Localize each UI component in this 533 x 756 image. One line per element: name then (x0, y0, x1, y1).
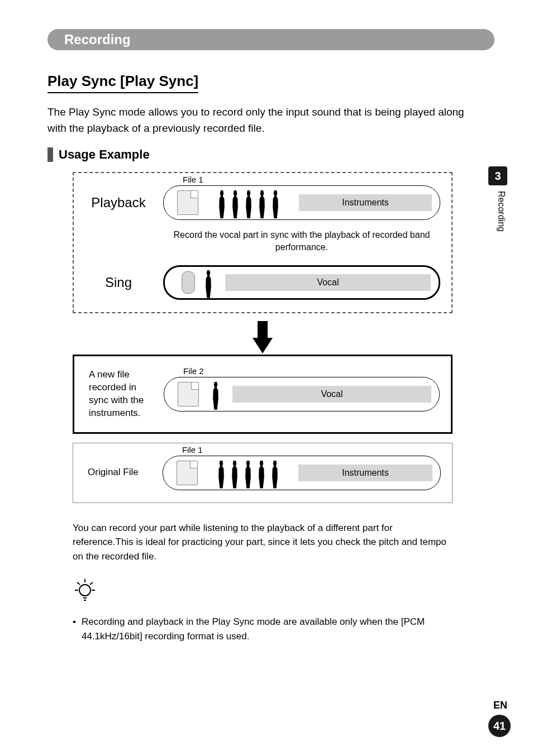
page-content: Play Sync [Play Sync] The Play Sync mode… (47, 73, 472, 643)
intro-paragraph: The Play Sync mode allows you to record … (47, 104, 472, 136)
file-icon (177, 190, 198, 215)
usage-diagram: Playback File 1 Instruments Record the v… (73, 172, 453, 503)
sing-label: Sing (85, 275, 152, 290)
result-file-label: File 2 (183, 366, 204, 376)
original-capsule: File 1 Instruments (163, 456, 441, 490)
result-capsule: File 2 Vocal (164, 377, 440, 412)
arrow-stem-icon (258, 321, 268, 338)
side-chapter-label: Recording (496, 191, 506, 232)
side-chapter-tab: 3 (488, 166, 507, 185)
arrow-down-icon (253, 338, 273, 353)
note-pre: Recording and playback in the Play Sync … (82, 616, 403, 627)
bullet-icon: • (73, 615, 76, 643)
original-row: Original File File 1 Instruments (84, 456, 441, 490)
original-file-label: File 1 (182, 445, 203, 454)
diagram-caption: Record the vocal part in sync with the p… (163, 229, 440, 254)
note-post: ] recording format is used. (140, 631, 250, 642)
usage-heading: Usage Example (59, 147, 150, 162)
band-silhouette-icon (204, 187, 293, 218)
note-bullet: • Recording and playback in the Play Syn… (73, 615, 453, 643)
heading-bar-icon (47, 147, 53, 162)
original-tag: Instruments (298, 465, 432, 481)
input-group-box: Playback File 1 Instruments Record the v… (73, 172, 453, 313)
playback-capsule: File 1 Instruments (163, 185, 440, 220)
svg-line-3 (90, 582, 93, 585)
playback-tag: Instruments (299, 194, 432, 211)
section-title: Play Sync [Play Sync] (47, 73, 198, 93)
usage-heading-row: Usage Example (47, 147, 472, 162)
sing-capsule: Vocal (163, 265, 440, 300)
file-icon (178, 382, 199, 406)
result-box: A new file recorded in sync with the ins… (73, 355, 453, 434)
result-tag: Vocal (232, 386, 431, 403)
result-label: A new file recorded in sync with the ins… (85, 369, 153, 420)
sing-row: Sing Vocal (85, 265, 440, 300)
original-box: Original File File 1 Instruments (73, 443, 453, 503)
footer-language: EN (493, 700, 507, 711)
singer-silhouette-icon (204, 379, 227, 410)
result-row: A new file recorded in sync with the ins… (85, 369, 440, 420)
note-text: Recording and playback in the Play Sync … (82, 615, 453, 643)
sing-tag: Vocal (225, 274, 431, 291)
lightbulb-hint-icon (73, 577, 472, 606)
playback-label: Playback (85, 195, 152, 210)
chapter-pill: Recording (47, 29, 494, 50)
band-silhouette-icon (203, 457, 293, 489)
singer-silhouette-icon (197, 267, 220, 298)
original-label: Original File (84, 466, 151, 479)
footer-page-number: 41 (488, 715, 511, 737)
playback-row: Playback File 1 Instruments (85, 185, 440, 220)
svg-line-2 (77, 582, 80, 585)
after-diagram-text: You can record your part while listening… (73, 521, 453, 564)
svg-point-0 (79, 585, 91, 596)
playback-file-label: File 1 (183, 175, 203, 184)
microphone-icon (182, 271, 195, 294)
file-icon (177, 461, 198, 485)
